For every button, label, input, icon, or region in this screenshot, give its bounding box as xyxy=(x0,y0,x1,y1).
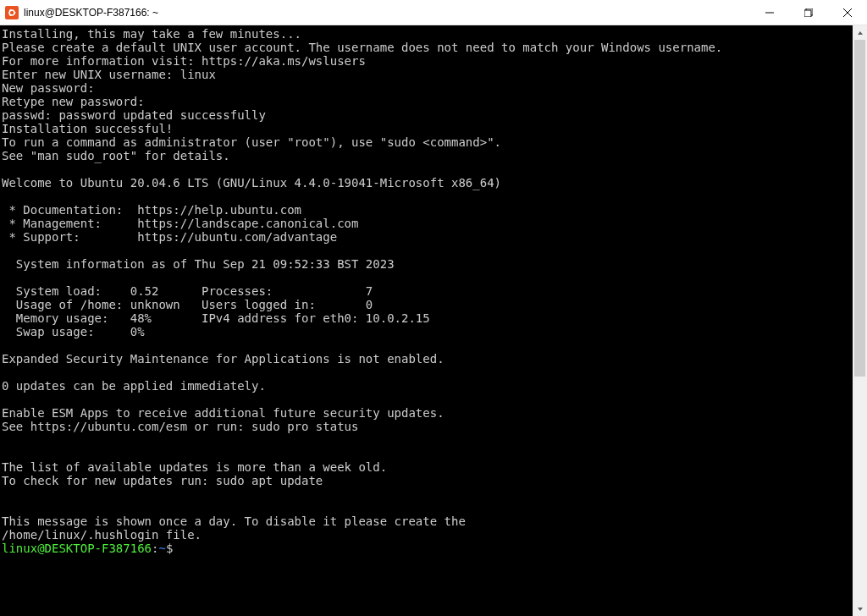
window-controls xyxy=(750,0,867,25)
vertical-scrollbar[interactable] xyxy=(853,25,867,616)
maximize-button[interactable] xyxy=(789,0,828,25)
prompt-dollar: $ xyxy=(166,542,173,555)
ubuntu-icon xyxy=(5,6,19,19)
terminal-output[interactable]: Installing, this may take a few minutes.… xyxy=(0,25,853,616)
terminal-container: Installing, this may take a few minutes.… xyxy=(0,25,867,616)
svg-rect-5 xyxy=(804,10,811,17)
window-titlebar: linux@DESKTOP-F387166: ~ xyxy=(0,0,867,25)
minimize-button[interactable] xyxy=(750,0,789,25)
svg-point-2 xyxy=(9,9,11,11)
prompt-user-host: linux@DESKTOP-F387166 xyxy=(2,542,152,555)
scroll-track[interactable] xyxy=(853,40,867,602)
prompt-path: ~ xyxy=(158,542,165,555)
svg-marker-8 xyxy=(858,31,863,35)
svg-point-3 xyxy=(9,14,11,15)
scroll-up-arrow[interactable] xyxy=(853,25,867,40)
window-title: linux@DESKTOP-F387166: ~ xyxy=(24,7,158,19)
scroll-thumb[interactable] xyxy=(854,40,865,377)
svg-point-1 xyxy=(14,11,15,13)
titlebar-left: linux@DESKTOP-F387166: ~ xyxy=(0,6,158,19)
svg-marker-9 xyxy=(858,608,863,611)
scroll-down-arrow[interactable] xyxy=(853,602,867,616)
close-button[interactable] xyxy=(828,0,867,25)
